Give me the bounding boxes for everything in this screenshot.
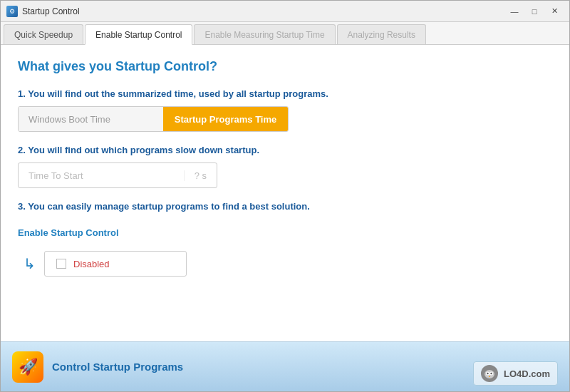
close-button[interactable]: ✕ [545,4,564,19]
enable-checkbox-box[interactable]: Disabled [44,251,187,277]
time-to-start-value: ? s [184,170,217,181]
lo4d-owl-icon [481,365,498,382]
svg-point-4 [490,373,492,374]
tab-enable-measuring: Enable Measuring Startup Time [194,24,335,44]
step-1: 1. You will find out the summarized time… [18,88,552,132]
step-2: 2. You will find out which programs slow… [18,145,552,188]
svg-point-0 [484,370,494,378]
tab-enable-startup-control[interactable]: Enable Startup Control [85,24,192,45]
app-icon: ⚙ [6,6,18,17]
lo4d-badge: LO4D.com [473,361,558,386]
main-window: ⚙ Startup Control — □ ✕ Quick Speedup En… [0,0,570,392]
tab-analyzing-results: Analyzing Results [337,24,426,44]
tab-quick-speedup[interactable]: Quick Speedup [4,24,83,44]
title-bar: ⚙ Startup Control — □ ✕ [1,1,569,22]
time-to-start-label: Time To Start [19,170,184,181]
lo4d-text: LO4D.com [504,368,550,379]
step-2-text: 2. You will find out which programs slow… [18,145,552,155]
maximize-button[interactable]: □ [525,4,544,19]
step-3: 3. You can easily manage startup program… [18,201,552,212]
step-1-text: 1. You will find out the summarized time… [18,88,552,99]
arrow-icon: ↳ [24,255,36,272]
footer-badge: LO4D.com [473,361,558,386]
page-title: What gives you Startup Control? [18,59,552,74]
enable-section: Enable Startup Control ↳ Disabled [18,227,552,277]
minimize-button[interactable]: — [505,4,524,19]
window-title: Startup Control [22,6,505,16]
window-controls: — □ ✕ [505,4,564,19]
disabled-label: Disabled [73,259,110,269]
main-content: What gives you Startup Control? 1. You w… [1,45,569,341]
enable-startup-control-link[interactable]: Enable Startup Control [18,227,119,238]
enable-row: ↳ Disabled [18,251,552,277]
startup-time-box: Time To Start ? s [18,163,217,188]
step-3-text: 3. You can easily manage startup program… [18,201,552,212]
windows-boot-label: Windows Boot Time [19,107,163,131]
footer-title: Control Startup Programs [52,361,183,373]
enable-checkbox[interactable] [56,259,66,269]
footer-icon: 🚀 [12,351,43,383]
tab-bar: Quick Speedup Enable Startup Control Ena… [1,22,569,45]
boot-time-box: Windows Boot Time Startup Programs Time [18,106,289,132]
startup-programs-button[interactable]: Startup Programs Time [163,107,288,131]
footer: 🚀 Control Startup Programs LO4D.com [1,341,569,391]
svg-point-3 [487,373,488,374]
